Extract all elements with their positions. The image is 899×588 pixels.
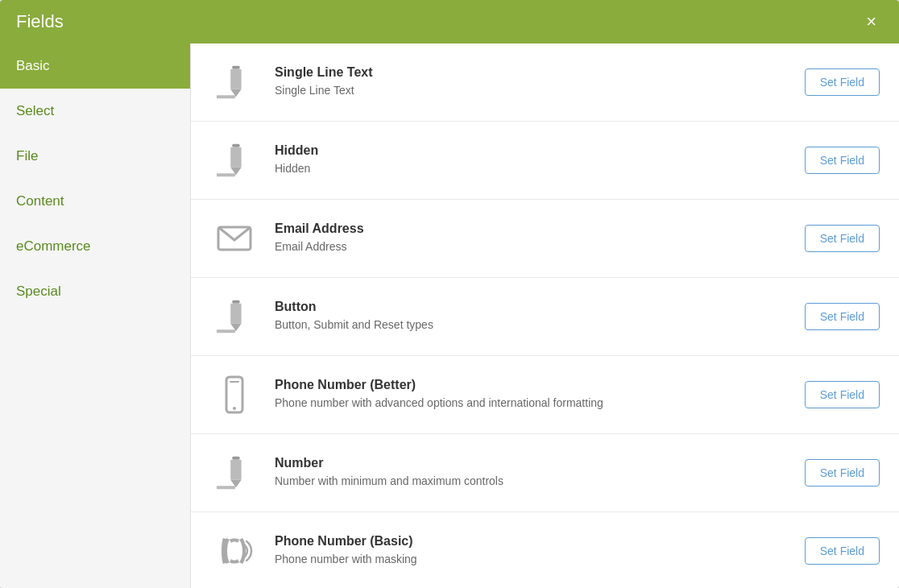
set-field-button-phone-number-basic[interactable]: Set Field	[805, 537, 880, 565]
sidebar: BasicSelectFileContenteCommerceSpecial	[0, 43, 191, 588]
field-name-hidden: Hidden	[275, 143, 789, 158]
field-info-button: ButtonButton, Submit and Reset types	[275, 300, 789, 333]
field-name-single-line-text: Single Line Text	[275, 65, 789, 80]
svg-rect-14	[230, 381, 239, 383]
field-info-single-line-text: Single Line TextSingle Line Text	[275, 65, 789, 99]
phone-sound-icon	[210, 527, 259, 575]
email-icon	[210, 214, 259, 263]
svg-rect-5	[232, 144, 240, 147]
field-desc-email-address: Email Address	[275, 239, 789, 255]
field-desc-hidden: Hidden	[275, 161, 789, 177]
field-name-phone-number-basic: Phone Number (Basic)	[275, 534, 789, 549]
svg-rect-9	[217, 329, 235, 333]
sidebar-item-file[interactable]: File	[0, 134, 190, 179]
field-row-button: ButtonButton, Submit and Reset typesSet …	[191, 278, 899, 356]
field-row-number: NumberNumber with minimum and maximum co…	[191, 434, 899, 512]
set-field-button-phone-number-better[interactable]: Set Field	[805, 381, 880, 408]
sidebar-item-basic[interactable]: Basic	[0, 43, 190, 89]
field-row-hidden: HiddenHiddenSet Field	[191, 122, 899, 200]
svg-point-15	[233, 407, 236, 410]
svg-rect-17	[232, 457, 240, 460]
svg-rect-4	[217, 173, 235, 176]
sidebar-item-ecommerce[interactable]: eCommerce	[0, 224, 190, 269]
fields-modal: Fields × BasicSelectFileContenteCommerce…	[0, 0, 899, 588]
field-name-email-address: Email Address	[275, 222, 789, 236]
field-desc-button: Button, Submit and Reset types	[275, 317, 789, 333]
sidebar-item-content[interactable]: Content	[0, 179, 190, 224]
svg-rect-6	[230, 147, 241, 168]
svg-rect-10	[232, 300, 240, 304]
svg-rect-11	[230, 304, 241, 324]
set-field-button-number[interactable]: Set Field	[805, 459, 880, 487]
field-info-phone-number-basic: Phone Number (Basic)Phone number with ma…	[275, 534, 789, 568]
phone-icon	[210, 371, 259, 419]
field-info-number: NumberNumber with minimum and maximum co…	[275, 456, 789, 490]
sidebar-item-select[interactable]: Select	[0, 89, 190, 134]
field-desc-single-line-text: Single Line Text	[275, 83, 789, 99]
field-name-phone-number-better: Phone Number (Better)	[275, 378, 789, 392]
field-info-phone-number-better: Phone Number (Better)Phone number with a…	[275, 378, 789, 412]
field-desc-number: Number with minimum and maximum controls	[275, 474, 789, 490]
set-field-button-email-address[interactable]: Set Field	[805, 225, 880, 252]
svg-rect-2	[230, 69, 241, 89]
content-area: Single Line TextSingle Line TextSet Fiel…	[191, 43, 899, 588]
svg-rect-18	[230, 460, 241, 480]
pencil-icon	[210, 58, 259, 106]
svg-rect-0	[217, 95, 235, 98]
field-name-number: Number	[275, 456, 789, 470]
set-field-button-button[interactable]: Set Field	[805, 303, 880, 330]
field-row-single-line-text: Single Line TextSingle Line TextSet Fiel…	[191, 43, 899, 122]
field-desc-phone-number-better: Phone number with advanced options and i…	[275, 395, 789, 412]
set-field-button-hidden[interactable]: Set Field	[805, 147, 880, 174]
modal-title: Fields	[16, 11, 64, 32]
field-name-button: Button	[275, 300, 789, 314]
field-row-email-address: Email AddressEmail AddressSet Field	[191, 200, 899, 278]
close-button[interactable]: ×	[860, 10, 883, 34]
svg-rect-1	[232, 66, 240, 69]
field-desc-phone-number-basic: Phone number with masking	[275, 552, 789, 568]
svg-rect-16	[217, 486, 235, 489]
field-row-phone-number-basic: Phone Number (Basic)Phone number with ma…	[191, 512, 899, 588]
sidebar-item-special[interactable]: Special	[0, 269, 190, 314]
modal-header: Fields ×	[0, 0, 899, 43]
pencil-icon	[210, 449, 259, 497]
field-info-hidden: HiddenHidden	[275, 143, 789, 177]
field-row-phone-number-better: Phone Number (Better)Phone number with a…	[191, 356, 899, 434]
pencil-icon	[210, 292, 259, 341]
field-info-email-address: Email AddressEmail Address	[275, 222, 789, 255]
pencil-icon	[210, 136, 259, 184]
modal-body: BasicSelectFileContenteCommerceSpecial S…	[0, 43, 899, 588]
set-field-button-single-line-text[interactable]: Set Field	[805, 68, 880, 96]
